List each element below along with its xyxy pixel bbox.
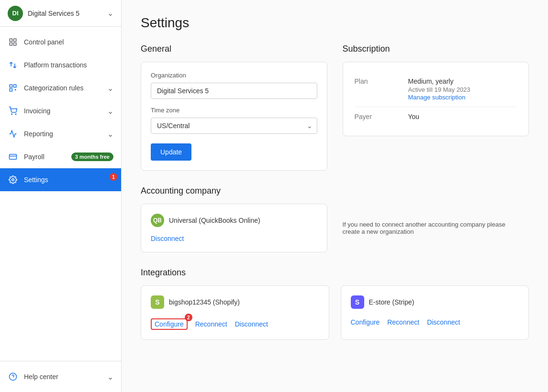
shopify-logo-icon: S — [151, 295, 164, 309]
accounting-section-title: Accounting company — [141, 186, 529, 196]
svg-rect-0 — [10, 39, 12, 41]
accounting-card-col: QB Universal (QuickBooks Online) Disconn… — [141, 204, 327, 252]
categorization-icon — [8, 83, 18, 93]
accounting-note: If you need to connect another accountin… — [343, 211, 515, 245]
shopify-name: bigshop12345 (Shopify) — [169, 298, 240, 306]
svg-point-10 — [12, 179, 14, 181]
sidebar-item-control-panel-label: Control panel — [24, 38, 113, 46]
svg-rect-9 — [10, 154, 17, 160]
plan-row: Plan Medium, yearly Active till 19 May 2… — [355, 72, 517, 107]
org-avatar: DI — [8, 6, 23, 21]
page-title: Settings — [141, 15, 529, 31]
payer-row: Payer You — [355, 107, 517, 126]
sidebar-item-invoicing-label: Invoicing — [24, 107, 107, 115]
plan-key: Plan — [355, 77, 393, 101]
main-content: Settings General Organization Time zone … — [122, 0, 548, 392]
integrations-section: Integrations S bigshop12345 (Shopify) Co… — [141, 268, 529, 340]
general-card: Organization Time zone US/Central US/Eas… — [141, 62, 327, 171]
svg-rect-5 — [14, 85, 16, 87]
question-icon — [8, 371, 18, 382]
accounting-card: QB Universal (QuickBooks Online) Disconn… — [141, 204, 327, 252]
svg-point-8 — [15, 114, 16, 115]
subscription-card: Plan Medium, yearly Active till 19 May 2… — [343, 62, 529, 136]
integrations-grid: S bigshop12345 (Shopify) Configure 2 Rec… — [141, 285, 529, 340]
top-section: General Organization Time zone US/Centra… — [141, 44, 529, 171]
accounting-section: Accounting company QB Universal (QuickBo… — [141, 186, 529, 252]
sidebar-item-categorization-rules[interactable]: Categorization rules ⌄ — [0, 76, 121, 99]
shopify-configure-button[interactable]: Configure — [151, 318, 188, 330]
shopify-integration-card: S bigshop12345 (Shopify) Configure 2 Rec… — [141, 285, 329, 340]
settings-notification-badge: 1 — [110, 173, 117, 181]
org-selector[interactable]: DI Digital Services 5 ⌄ — [0, 0, 121, 27]
subscription-section: Subscription Plan Medium, yearly Active … — [343, 44, 529, 171]
sidebar-item-platform-transactions[interactable]: Platform transactions — [0, 54, 121, 76]
stripe-disconnect-button[interactable]: Disconnect — [427, 318, 460, 326]
org-field-label: Organization — [151, 72, 317, 79]
plan-name: Medium, yearly — [408, 77, 517, 85]
sidebar-nav: Control panel Platform transactions Cate… — [0, 27, 121, 361]
svg-rect-2 — [10, 43, 12, 45]
manage-subscription-link[interactable]: Manage subscription — [408, 94, 466, 101]
accounting-note-col: If you need to connect another accountin… — [343, 204, 529, 252]
chart-icon — [8, 129, 18, 139]
disconnect-accounting-button[interactable]: Disconnect — [151, 235, 184, 242]
sidebar-item-payroll[interactable]: Payroll 3 months free — [0, 145, 121, 168]
svg-rect-3 — [14, 43, 16, 45]
shopify-disconnect-button[interactable]: Disconnect — [235, 318, 268, 330]
sidebar-item-control-panel[interactable]: Control panel — [0, 31, 121, 54]
sidebar-item-categorization-rules-label: Categorization rules — [24, 84, 107, 92]
payer-value: You — [408, 113, 517, 120]
categorization-chevron-icon: ⌄ — [107, 84, 113, 93]
plan-active-till: Active till 19 May 2023 — [408, 86, 517, 93]
dollar-icon — [8, 152, 18, 162]
reporting-chevron-icon: ⌄ — [107, 130, 113, 139]
gear-icon — [8, 174, 18, 185]
sidebar: DI Digital Services 5 ⌄ Control panel Pl… — [0, 0, 122, 392]
sidebar-item-reporting-label: Reporting — [24, 130, 107, 138]
stripe-actions: Configure Reconnect Disconnect — [351, 318, 519, 326]
general-section: General Organization Time zone US/Centra… — [141, 44, 327, 171]
stripe-reconnect-button[interactable]: Reconnect — [387, 318, 419, 326]
accounting-row: QB Universal (QuickBooks Online) Disconn… — [141, 204, 529, 252]
svg-rect-1 — [14, 39, 16, 41]
sidebar-item-settings[interactable]: Settings 1 — [0, 168, 121, 191]
help-chevron-icon: ⌄ — [107, 372, 113, 381]
sidebar-item-platform-transactions-label: Platform transactions — [24, 61, 113, 69]
arrows-icon — [8, 60, 18, 70]
stripe-header: S E-store (Stripe) — [351, 295, 519, 309]
update-button[interactable]: Update — [151, 143, 191, 161]
svg-point-7 — [11, 114, 12, 115]
timezone-field-label: Time zone — [151, 107, 317, 114]
invoicing-chevron-icon: ⌄ — [107, 107, 113, 116]
plan-value: Medium, yearly Active till 19 May 2023 M… — [408, 77, 517, 101]
integrations-section-title: Integrations — [141, 268, 529, 278]
org-input[interactable] — [151, 83, 317, 99]
sidebar-item-help-center[interactable]: Help center ⌄ — [0, 365, 121, 388]
sidebar-item-reporting[interactable]: Reporting ⌄ — [0, 122, 121, 145]
shopify-actions: Configure 2 Reconnect Disconnect — [151, 318, 319, 330]
svg-rect-4 — [10, 85, 12, 87]
org-name: Digital Services 5 — [28, 10, 107, 17]
sidebar-item-settings-label: Settings — [24, 176, 113, 184]
grid-icon — [8, 37, 18, 47]
subscription-section-title: Subscription — [343, 44, 529, 54]
sidebar-bottom: Help center ⌄ — [0, 361, 121, 392]
accounting-company-name: Universal (QuickBooks Online) — [169, 217, 260, 224]
stripe-integration-card: S E-store (Stripe) Configure Reconnect D… — [341, 285, 529, 340]
cart-icon — [8, 106, 18, 116]
sidebar-item-invoicing[interactable]: Invoicing ⌄ — [0, 99, 121, 122]
accounting-company-row: QB Universal (QuickBooks Online) — [151, 214, 317, 227]
timezone-select-wrapper: US/Central US/Eastern US/Pacific US/Moun… — [151, 118, 317, 134]
general-section-title: General — [141, 44, 327, 54]
svg-rect-6 — [10, 89, 12, 91]
shopify-reconnect-button[interactable]: Reconnect — [195, 318, 227, 330]
timezone-select[interactable]: US/Central US/Eastern US/Pacific US/Moun… — [151, 118, 317, 134]
quickbooks-logo: QB — [151, 214, 164, 227]
shopify-configure-badge: 2 — [185, 314, 192, 321]
stripe-logo-icon: S — [351, 295, 364, 309]
sidebar-item-help-center-label: Help center — [24, 373, 107, 381]
stripe-name: E-store (Stripe) — [369, 298, 414, 306]
stripe-configure-button[interactable]: Configure — [351, 318, 380, 326]
payer-key: Payer — [355, 113, 393, 120]
payroll-free-badge: 3 months free — [71, 152, 113, 161]
